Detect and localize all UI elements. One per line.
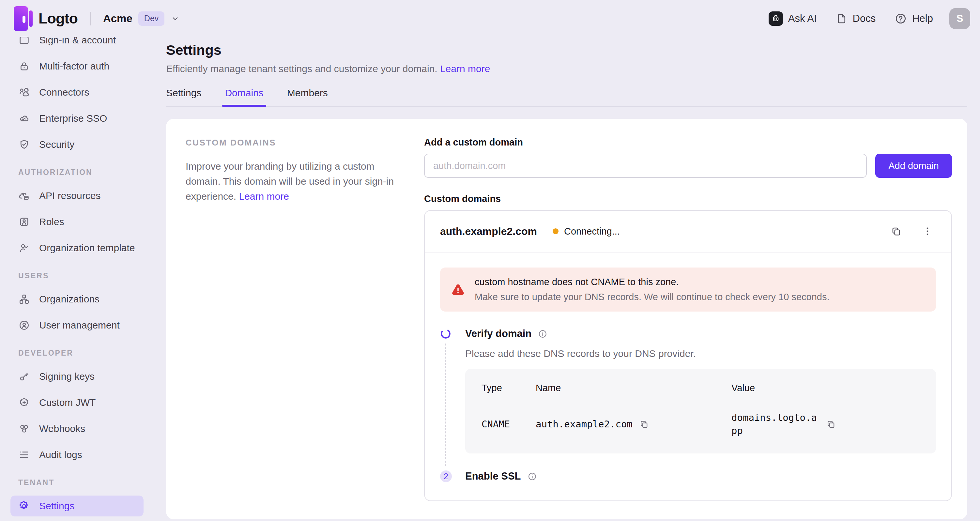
logto-logo-icon xyxy=(14,6,34,32)
avatar[interactable]: S xyxy=(949,8,970,29)
sidebar-item-webhooks[interactable]: Webhooks xyxy=(10,418,143,439)
key-icon xyxy=(18,371,30,382)
sidebar-item-custom-jwt[interactable]: Custom JWT xyxy=(10,392,143,413)
add-domain-label: Add a custom domain xyxy=(424,137,952,148)
sidebar-item-label: Security xyxy=(39,139,75,150)
info-icon[interactable] xyxy=(538,329,547,339)
tab-label: Domains xyxy=(225,88,263,98)
logto-logo[interactable]: Logto xyxy=(14,6,78,32)
warning-icon xyxy=(451,283,465,296)
tab-members[interactable]: Members xyxy=(287,88,328,106)
sidebar-group-developer: DEVELOPER xyxy=(18,349,157,358)
sidebar-item-roles[interactable]: Roles xyxy=(10,211,143,232)
dns-record-value: domains.logto.app xyxy=(732,411,923,437)
custom-domain-input[interactable] xyxy=(424,154,867,178)
sidebar-item-label: Sign-in & account xyxy=(39,37,116,46)
dns-records-table: Type Name Value CNAME auth.example2.com xyxy=(465,369,936,454)
sidebar-item-signing-keys[interactable]: Signing keys xyxy=(10,366,143,387)
sidebar-item-audit-logs[interactable]: Audit logs xyxy=(10,445,143,465)
tab-label: Settings xyxy=(166,88,201,98)
sidebar-item-organizations[interactable]: Organizations xyxy=(10,289,143,310)
spinner-icon xyxy=(440,328,451,339)
subtitle-learn-more-link[interactable]: Learn more xyxy=(440,63,490,74)
dns-header-value: Value xyxy=(732,383,923,394)
domain-name: auth.example2.com xyxy=(440,225,537,237)
chevron-down-icon[interactable] xyxy=(170,14,180,24)
id-card-icon xyxy=(18,216,30,228)
domain-card: auth.example2.com Connecting... xyxy=(424,210,952,501)
sidebar-group-users: USERS xyxy=(18,271,157,280)
sidebar-item-security[interactable]: Security xyxy=(10,134,143,155)
sidebar: Sign-in & account Multi-factor auth xyxy=(0,37,157,521)
gear-icon xyxy=(18,500,30,512)
help-label: Help xyxy=(912,13,933,24)
sidebar-group-authorization: AUTHORIZATION xyxy=(18,168,157,177)
sidebar-item-settings[interactable]: Settings xyxy=(10,496,143,516)
copy-value-icon[interactable] xyxy=(826,419,836,429)
docs-icon xyxy=(836,13,848,24)
sidebar-group-tenant: TENANT xyxy=(18,478,157,487)
help-icon xyxy=(894,13,907,25)
custom-domains-list-label: Custom domains xyxy=(424,193,952,204)
error-title: custom hostname does not CNAME to this z… xyxy=(475,277,925,287)
logo-text: Logto xyxy=(38,10,78,27)
sidebar-item-sign-in-account[interactable]: Sign-in & account xyxy=(10,37,143,51)
add-domain-button[interactable]: Add domain xyxy=(875,154,952,178)
dns-header-type: Type xyxy=(482,383,536,394)
tab-domains[interactable]: Domains xyxy=(225,88,263,106)
env-badge: Dev xyxy=(138,11,164,26)
sidebar-item-enterprise-sso[interactable]: Enterprise SSO xyxy=(10,108,143,129)
section-title: CUSTOM DOMAINS xyxy=(186,138,396,148)
lock-icon xyxy=(18,61,30,72)
cloud-key-icon xyxy=(18,113,30,124)
tab-bar: Settings Domains Members xyxy=(166,88,967,106)
tab-label: Members xyxy=(287,88,328,98)
page-subtitle-text: Efficiently manage tenant settings and c… xyxy=(166,63,438,74)
topbar: Logto Acme Dev Ask AI xyxy=(0,0,980,37)
custom-domains-card: CUSTOM DOMAINS Improve your branding by … xyxy=(166,119,967,519)
section-description: Improve your branding by utilizing a cus… xyxy=(186,159,396,204)
sidebar-item-label: User management xyxy=(39,320,120,331)
error-description: Make sure to update your DNS records. We… xyxy=(475,292,925,303)
info-icon[interactable] xyxy=(528,472,537,481)
kebab-menu-icon[interactable] xyxy=(922,226,933,237)
copy-domain-icon[interactable] xyxy=(891,226,902,237)
sidebar-item-label: Audit logs xyxy=(39,449,82,460)
copy-name-icon[interactable] xyxy=(639,419,649,429)
sidebar-item-api-resources[interactable]: API resources xyxy=(10,185,143,206)
person-check-icon xyxy=(18,242,30,254)
sidebar-item-label: Custom JWT xyxy=(39,397,95,408)
tenant-name: Acme xyxy=(103,13,132,25)
webhook-icon xyxy=(18,423,30,435)
sidebar-item-organization-template[interactable]: Organization template xyxy=(10,237,143,258)
sidebar-item-label: Roles xyxy=(39,216,64,227)
tab-settings[interactable]: Settings xyxy=(166,88,201,106)
main-content: Settings Efficiently manage tenant setti… xyxy=(157,37,980,521)
dns-header-name: Name xyxy=(536,383,732,394)
sidebar-item-connectors[interactable]: Connectors xyxy=(10,82,143,103)
enable-ssl-step: 2 Enable SSL xyxy=(440,470,936,482)
step-connector-line xyxy=(445,344,446,466)
cloud-box-icon xyxy=(18,190,30,202)
sidebar-item-label: Organizations xyxy=(39,294,100,305)
section-learn-more-link[interactable]: Learn more xyxy=(239,191,289,202)
shield-check-icon xyxy=(18,139,30,150)
tenant-selector[interactable]: Acme Dev xyxy=(103,11,180,26)
help-button[interactable]: Help xyxy=(894,13,933,25)
topbar-divider xyxy=(90,12,91,25)
status-text: Connecting... xyxy=(564,226,620,237)
tabs-divider xyxy=(166,106,967,107)
docs-button[interactable]: Docs xyxy=(836,13,876,24)
sidebar-item-multi-factor-auth[interactable]: Multi-factor auth xyxy=(10,56,143,76)
sidebar-item-label: Webhooks xyxy=(39,423,85,434)
section-description-text: Improve your branding by utilizing a cus… xyxy=(186,161,394,202)
page-subtitle: Efficiently manage tenant settings and c… xyxy=(166,63,967,74)
docs-label: Docs xyxy=(853,13,876,24)
sidebar-item-label: Connectors xyxy=(39,87,89,98)
sidebar-item-user-management[interactable]: User management xyxy=(10,315,143,336)
sidebar-item-label: Organization template xyxy=(39,242,135,253)
dns-record-name-text: auth.example2.com xyxy=(536,419,633,430)
ask-ai-button[interactable]: Ask AI xyxy=(768,11,817,26)
browser-window-icon xyxy=(18,37,30,46)
verify-domain-title: Verify domain xyxy=(465,328,531,339)
